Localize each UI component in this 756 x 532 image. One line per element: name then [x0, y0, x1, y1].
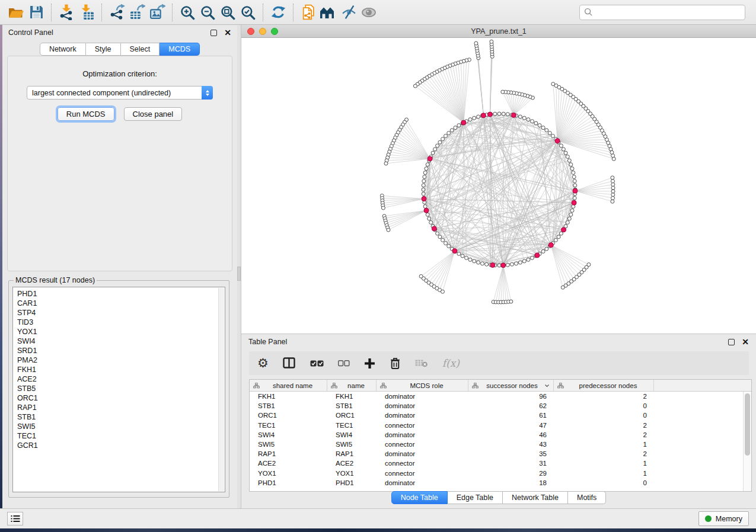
tab-edge-table[interactable]: Edge Table [448, 491, 503, 504]
graph-node[interactable] [461, 254, 464, 258]
graph-node[interactable] [545, 129, 548, 132]
float-panel-icon[interactable] [210, 30, 217, 36]
tab-select[interactable]: Select [121, 43, 160, 56]
tab-network-table[interactable]: Network Table [503, 491, 568, 504]
graph-node[interactable] [506, 113, 509, 116]
show-eye-icon[interactable] [359, 2, 379, 23]
graph-node[interactable] [422, 192, 425, 196]
graph-node[interactable] [573, 196, 576, 200]
graph-node[interactable] [572, 171, 575, 175]
table-row[interactable]: SWI5SWI5connector431 [250, 440, 743, 449]
mcds-result-item[interactable]: GCR1 [17, 441, 225, 450]
graph-node[interactable] [611, 193, 615, 197]
graph-node[interactable] [551, 134, 555, 138]
mcds-result-item[interactable]: STB1 [17, 412, 225, 422]
table-row[interactable]: RAP1RAP1dominator352 [250, 449, 743, 459]
graph-node[interactable] [468, 258, 472, 261]
mcds-result-item[interactable]: SRD1 [17, 346, 225, 355]
graph-node[interactable] [447, 132, 451, 135]
graph-hub-node[interactable] [424, 208, 429, 213]
close-panel-icon[interactable]: ✕ [224, 28, 231, 37]
table-scrollbar-thumb[interactable] [745, 393, 750, 456]
export-network-icon[interactable] [107, 2, 127, 23]
tab-mcds[interactable]: MCDS [160, 43, 200, 56]
graph-node[interactable] [423, 205, 427, 209]
graph-node[interactable] [562, 148, 565, 151]
graph-node[interactable] [611, 190, 615, 193]
float-table-panel-icon[interactable] [728, 339, 735, 345]
mcds-result-item[interactable]: ACE2 [17, 374, 225, 384]
graph-node[interactable] [426, 213, 429, 216]
graph-node[interactable] [444, 134, 448, 138]
graph-node[interactable] [429, 221, 433, 225]
graph-node[interactable] [384, 162, 388, 165]
zoom-selected-icon[interactable] [238, 2, 258, 23]
graph-hub-node[interactable] [481, 113, 486, 118]
graph-node[interactable] [611, 186, 615, 190]
graph-node[interactable] [473, 259, 476, 263]
graph-node[interactable] [611, 196, 615, 200]
graph-node[interactable] [423, 175, 426, 179]
table-row[interactable]: PHD1PHD1dominator180 [250, 478, 743, 488]
graph-node[interactable] [531, 256, 534, 259]
graph-node[interactable] [485, 262, 489, 266]
mcds-result-item[interactable]: SWI4 [17, 336, 225, 346]
graph-node[interactable] [531, 120, 534, 123]
mcds-result-item[interactable]: RAP1 [17, 403, 225, 412]
table-row[interactable]: TEC1TEC1connector472 [250, 421, 743, 430]
graph-node[interactable] [541, 249, 545, 253]
graph-node[interactable] [573, 184, 577, 187]
graph-node[interactable] [566, 155, 569, 159]
graph-node[interactable] [441, 137, 445, 141]
dropdown-stepper-icon[interactable] [202, 86, 213, 100]
graph-node[interactable] [381, 206, 385, 210]
graph-node[interactable] [441, 238, 445, 242]
graph-node[interactable] [481, 262, 484, 265]
graph-node[interactable] [567, 217, 571, 220]
graph-node[interactable] [572, 175, 576, 179]
graph-node[interactable] [387, 228, 390, 232]
save-icon[interactable] [26, 2, 46, 23]
graph-node[interactable] [564, 151, 567, 155]
graph-node[interactable] [490, 40, 493, 43]
delete-column-icon[interactable] [390, 357, 401, 370]
graph-node[interactable] [551, 82, 555, 86]
add-column-icon[interactable] [364, 358, 375, 369]
table-row[interactable]: STB1STB1dominator620 [250, 401, 743, 411]
mcds-result-item[interactable]: PHD1 [17, 289, 225, 299]
table-scrollbar[interactable] [743, 392, 751, 491]
graph-node[interactable] [548, 132, 551, 135]
graph-node[interactable] [473, 116, 476, 120]
task-list-button[interactable] [7, 512, 23, 525]
zoom-out-icon[interactable] [197, 2, 218, 23]
settings-gear-icon[interactable]: ⚙ [257, 357, 269, 370]
tab-node-table[interactable]: Node Table [391, 491, 448, 504]
graph-node[interactable] [559, 144, 563, 148]
graph-node[interactable] [457, 124, 461, 127]
zoom-in-icon[interactable] [177, 2, 197, 23]
export-image-icon[interactable] [147, 2, 167, 23]
split-columns-icon[interactable] [283, 357, 296, 369]
graph-node[interactable] [567, 159, 571, 162]
graph-hub-node[interactable] [461, 120, 466, 125]
graph-node[interactable] [510, 262, 513, 266]
tab-network[interactable]: Network [40, 43, 86, 56]
zoom-fit-icon[interactable] [218, 2, 238, 23]
refresh-icon[interactable] [268, 2, 288, 23]
import-table-icon[interactable] [76, 2, 97, 23]
mcds-result-item[interactable]: STP4 [17, 308, 225, 318]
graph-node[interactable] [611, 180, 615, 183]
column-header-predecessor-nodes[interactable]: predecessor nodes [554, 380, 654, 391]
graph-node[interactable] [587, 263, 591, 267]
column-header-MCDS-role[interactable]: MCDS role [377, 380, 468, 391]
close-panel-button[interactable]: Close panel [124, 107, 183, 121]
graph-node[interactable] [413, 84, 417, 88]
clear-checkboxes-icon[interactable] [338, 360, 350, 367]
graph-node[interactable] [559, 232, 563, 235]
graph-node[interactable] [538, 124, 541, 127]
graph-hub-node[interactable] [432, 226, 436, 231]
graph-hub-node[interactable] [422, 197, 426, 201]
graph-node[interactable] [522, 259, 526, 263]
graph-node[interactable] [570, 167, 574, 171]
function-builder-icon[interactable]: f(x) [442, 357, 460, 369]
